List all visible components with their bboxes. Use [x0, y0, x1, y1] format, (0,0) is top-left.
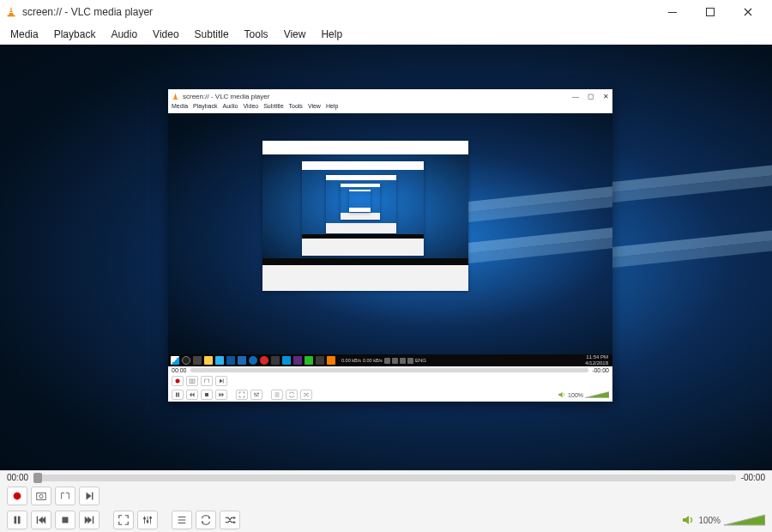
menu-video[interactable]: Video	[146, 27, 185, 42]
vlc-cone-icon	[5, 6, 17, 18]
inner-menu-audio: Audio	[222, 103, 238, 113]
tray-icon	[400, 358, 406, 364]
minimize-button[interactable]	[654, 0, 691, 24]
app-icon-3	[293, 356, 302, 365]
video-area: screen:// - VLC media player — ▢ ✕ Media…	[0, 45, 772, 479]
stop-button[interactable]	[55, 511, 75, 529]
previous-button[interactable]	[31, 511, 51, 529]
svg-point-20	[39, 494, 43, 498]
menu-tools[interactable]: Tools	[238, 27, 275, 42]
svg-rect-2	[9, 12, 14, 13]
svg-point-18	[14, 493, 21, 500]
capture-controls-row	[0, 484, 772, 508]
inner-remaining-time: -00:00	[592, 367, 609, 373]
frame-step-button[interactable]	[79, 487, 100, 505]
next-button[interactable]	[79, 511, 100, 529]
svg-rect-1	[9, 9, 13, 10]
inner-capture-row	[168, 374, 612, 388]
loop-button[interactable]	[196, 511, 216, 529]
vlc-cone-icon	[172, 93, 179, 100]
main-controls-row: 100%	[0, 508, 772, 532]
app-icon-5	[316, 356, 324, 365]
inner-menu-tools: Tools	[289, 103, 303, 113]
inner-next-button	[215, 390, 227, 400]
svg-rect-10	[176, 393, 178, 397]
seek-knob[interactable]	[33, 473, 42, 483]
time-row: 00:00 -00:00	[0, 471, 772, 484]
svg-rect-3	[668, 12, 677, 13]
svg-rect-11	[178, 393, 180, 397]
svg-point-29	[149, 517, 152, 519]
inner-desktop-taskbar: 0.00 kB/s 0.00 kB/s ENG 11:54 PM 4/12/20…	[168, 354, 612, 366]
inner-menu-view: View	[308, 103, 321, 113]
volume-value: 100%	[698, 516, 721, 525]
svg-point-15	[257, 393, 259, 395]
window-title: screen:// - VLC media player	[22, 6, 153, 18]
seek-bar[interactable]	[33, 475, 736, 481]
app-icon-4	[305, 356, 313, 365]
pause-button[interactable]	[7, 511, 27, 529]
menu-media[interactable]: Media	[3, 27, 45, 42]
tray-icon	[407, 358, 413, 364]
vlc-taskbar-icon	[327, 356, 335, 365]
svg-rect-19	[37, 493, 46, 500]
inner-pause-button	[172, 390, 184, 400]
record-button[interactable]	[7, 487, 27, 505]
net-up-label: 0.00 kB/s	[341, 358, 361, 363]
speaker-icon[interactable]	[681, 513, 695, 527]
svg-point-28	[147, 520, 149, 523]
inner-volume-slider	[585, 390, 609, 399]
svg-rect-24	[37, 517, 38, 524]
menu-subtitle[interactable]: Subtitle	[188, 27, 236, 42]
inner-maximize-button: ▢	[588, 93, 594, 100]
inner-previous-button	[186, 390, 198, 400]
file-explorer-icon	[204, 356, 213, 365]
menu-audio[interactable]: Audio	[104, 27, 144, 42]
keyboard-lang: ENG	[415, 358, 426, 363]
svg-rect-22	[15, 517, 17, 524]
inner-frame-step-button	[215, 376, 227, 386]
inner-atob-button	[201, 376, 213, 386]
store-icon	[215, 356, 224, 365]
tray-icon	[384, 358, 390, 364]
svg-point-13	[254, 393, 256, 395]
volume-slider[interactable]	[724, 513, 765, 527]
taskbar-clock: 11:54 PM 4/12/2018	[585, 354, 610, 366]
playlist-button[interactable]	[172, 511, 192, 529]
inner-time-row: 00:00 -00:00	[168, 366, 612, 374]
inner-window-title: screen:// - VLC media player	[183, 93, 269, 100]
svg-rect-5	[173, 98, 178, 99]
remaining-time: -00:00	[741, 473, 765, 482]
fullscreen-button[interactable]	[113, 511, 134, 529]
menu-playback[interactable]: Playback	[47, 27, 103, 42]
menu-view[interactable]: View	[277, 27, 313, 42]
inner-stop-button	[201, 390, 213, 400]
shuffle-button[interactable]	[220, 511, 240, 529]
inner-snapshot-button	[186, 376, 198, 386]
menu-bar: Media Playback Audio Video Subtitle Tool…	[0, 24, 772, 45]
inner-menu-media: Media	[172, 103, 188, 113]
clock-date: 4/12/2018	[585, 360, 608, 366]
net-dn-label: 0.00 kB/s	[363, 358, 383, 363]
snapshot-button[interactable]	[31, 487, 51, 505]
svg-point-8	[191, 380, 193, 382]
svg-point-27	[143, 517, 146, 520]
svg-point-14	[256, 395, 257, 396]
maximize-button[interactable]	[691, 0, 729, 24]
close-button[interactable]	[729, 0, 767, 24]
inner-title-bar: screen:// - VLC media player — ▢ ✕	[168, 89, 612, 103]
controls-panel: 00:00 -00:00 100%	[0, 470, 772, 532]
extended-settings-button[interactable]	[137, 511, 158, 529]
title-bar: screen:// - VLC media player	[0, 0, 772, 24]
inner-fullscreen-button	[236, 390, 248, 400]
inner-menu-bar: Media Playback Audio Video Subtitle Tool…	[168, 103, 612, 113]
inner-shuffle-button	[300, 390, 312, 400]
opera-icon	[260, 356, 268, 365]
volume-section: 100%	[681, 513, 765, 527]
svg-point-6	[176, 379, 180, 384]
svg-rect-25	[63, 517, 69, 523]
menu-help[interactable]: Help	[314, 27, 349, 42]
atob-loop-button[interactable]	[55, 487, 75, 505]
inner-elapsed-time: 00:00	[172, 367, 187, 373]
speaker-icon	[558, 390, 566, 399]
